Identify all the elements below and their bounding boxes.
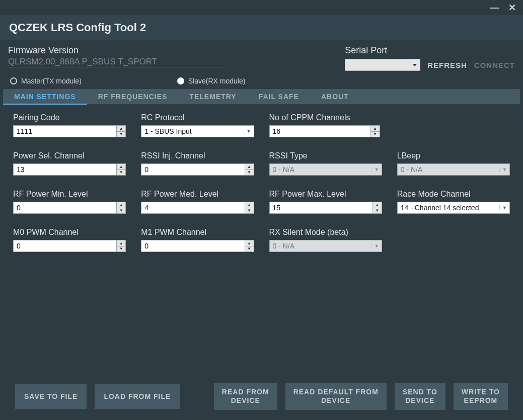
spinner-buttons[interactable]: ▲▼ [116,202,125,213]
read-default-from-device-button[interactable]: READ DEFAULT FROM DEVICE [285,383,387,410]
app-title: QCZEK LRS Config Tool 2 [0,15,523,40]
write-to-eeprom-button[interactable]: WRITE TO EEPROM [454,383,508,410]
rc-protocol-value: 1 - SBUS Input [141,127,243,135]
tab-telemetry[interactable]: TELEMETRY [178,89,247,104]
cppm-channels-field[interactable] [270,126,370,137]
close-icon[interactable]: ✕ [508,2,516,13]
chevron-down-icon: ▼ [244,129,254,134]
rssi-inj-channel-field[interactable] [141,164,244,175]
read-from-device-button[interactable]: READ FROM DEVICE [214,383,277,410]
serial-port-select[interactable] [345,59,420,71]
chevron-down-icon: ▼ [371,243,382,248]
tab-about[interactable]: ABOUT [310,89,360,104]
firmware-version-label: Firmware Version [8,45,325,56]
rssi-inj-channel-label: RSSI Inj. Channel [141,151,254,160]
tab-bar: MAIN SETTINGS RF FREQUENCIES TELEMETRY F… [3,89,520,104]
radio-master[interactable]: Master(TX module) [10,77,82,85]
radio-icon [10,77,17,85]
rf-power-max-field[interactable] [270,202,372,213]
pairing-code-label: Pairing Code [13,113,126,122]
chevron-down-icon: ▼ [499,167,509,172]
power-sel-channel-input[interactable]: ▲▼ [13,163,126,176]
tab-main-settings[interactable]: MAIN SETTINGS [3,90,87,105]
rx-silent-mode-select: 0 - N/A ▼ [269,240,382,252]
lbeep-value: 0 - N/A [398,165,499,174]
spinner-buttons[interactable]: ▲▼ [116,126,125,137]
rc-protocol-select[interactable]: 1 - SBUS Input ▼ [141,125,254,137]
chevron-down-icon: ▼ [499,205,509,210]
m1-pwm-channel-field[interactable] [141,240,244,251]
m1-pwm-channel-label: M1 PWM Channel [141,228,254,237]
minimize-icon[interactable]: — [490,3,499,13]
spinner-buttons[interactable]: ▲▼ [116,240,125,251]
power-sel-channel-field[interactable] [14,164,116,175]
chevron-down-icon: ▼ [371,167,382,172]
rf-power-min-input[interactable]: ▲▼ [13,202,126,214]
lbeep-select: 0 - N/A ▼ [397,163,510,176]
send-to-device-button[interactable]: SEND TO DEVICE [395,383,445,410]
radio-slave[interactable]: Slave(RX module) [177,77,246,85]
rf-power-min-field[interactable] [14,202,116,213]
rf-power-min-label: RF Power Min. Level [13,190,126,199]
rssi-type-label: RSSI Type [269,151,382,160]
race-mode-channel-select[interactable]: 14 - Channel 14 selected ▼ [397,202,510,214]
m0-pwm-channel-field[interactable] [14,240,116,251]
spinner-buttons[interactable]: ▲▼ [245,202,254,213]
rx-silent-mode-label: RX Silent Mode (beta) [269,228,382,237]
rf-power-med-label: RF Power Med. Level [141,190,254,199]
tab-rf-frequencies[interactable]: RF FREQUENCIES [87,89,179,104]
spinner-buttons[interactable]: ▲▼ [370,126,380,137]
rf-power-med-field[interactable] [141,202,244,213]
lbeep-label: LBeep [397,151,510,160]
pairing-code-input[interactable]: ▲▼ [13,125,126,137]
serial-port-label: Serial Port [345,45,515,56]
cppm-channels-label: No of CPPM Channels [269,113,382,122]
rf-power-max-label: RF Power Max. Level [269,190,382,199]
cppm-channels-input[interactable]: ▲▼ [269,125,380,137]
rf-power-med-input[interactable]: ▲▼ [141,202,254,214]
refresh-button[interactable]: REFRESH [427,61,467,69]
m0-pwm-channel-label: M0 PWM Channel [13,228,126,237]
connect-button[interactable]: CONNECT [474,61,515,69]
rssi-inj-channel-input[interactable]: ▲▼ [141,163,254,176]
m0-pwm-channel-input[interactable]: ▲▼ [13,240,126,252]
rx-silent-mode-value: 0 - N/A [270,242,371,250]
spinner-buttons[interactable]: ▲▼ [116,164,125,175]
pairing-code-field[interactable] [14,126,116,137]
power-sel-channel-label: Power Sel. Channel [13,151,126,160]
radio-slave-label: Slave(RX module) [188,77,246,85]
spinner-buttons[interactable]: ▲▼ [245,240,254,251]
tab-fail-safe[interactable]: FAIL SAFE [248,89,310,104]
load-from-file-button[interactable]: LOAD FROM FILE [95,384,180,409]
race-mode-channel-value: 14 - Channel 14 selected [398,204,499,212]
race-mode-channel-label: Race Mode Channel [397,190,510,199]
radio-master-label: Master(TX module) [21,77,82,85]
spinner-buttons[interactable]: ▲▼ [372,202,382,213]
rf-power-max-input[interactable]: ▲▼ [269,202,382,214]
save-to-file-button[interactable]: SAVE TO FILE [15,384,87,409]
firmware-version-value: QLRSM2.00_868A P_SBUS T_SPORT [8,57,225,67]
radio-icon [177,77,184,85]
rc-protocol-label: RC Protocol [141,113,254,122]
rssi-type-value: 0 - N/A [270,165,371,174]
m1-pwm-channel-input[interactable]: ▲▼ [141,240,254,252]
rssi-type-select: 0 - N/A ▼ [269,163,382,176]
spinner-buttons[interactable]: ▲▼ [245,164,254,175]
window-controls: — ✕ [0,0,523,15]
